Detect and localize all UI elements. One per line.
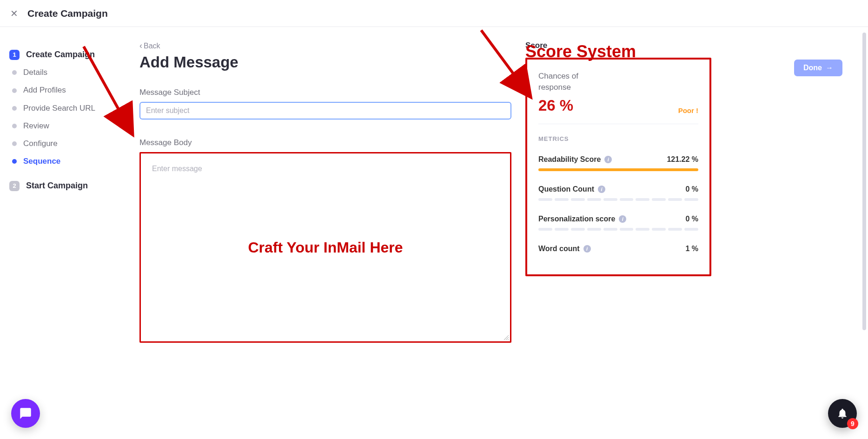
metric-bar	[538, 198, 698, 201]
step-label: Create Campaign	[26, 49, 95, 60]
chevron-left-icon: ‹	[139, 41, 142, 51]
done-label: Done	[803, 64, 822, 72]
metric-bar	[538, 228, 698, 231]
message-body-textarea[interactable]: Enter message Craft Your InMail Here	[139, 152, 511, 343]
svg-line-2	[508, 339, 509, 340]
metrics-heading: METRICS	[538, 135, 698, 142]
info-icon[interactable]: i	[604, 156, 612, 163]
step-dot	[12, 88, 17, 93]
subject-label: Message Subject	[139, 88, 511, 97]
sidebar-item-label: Sequence	[23, 156, 60, 166]
body-label: Message Body	[139, 138, 511, 147]
metric-name: Word count	[538, 245, 580, 253]
done-button[interactable]: Done →	[794, 60, 842, 76]
info-icon[interactable]: i	[583, 245, 591, 253]
annotation-craft-inmail: Craft Your InMail Here	[248, 239, 403, 256]
metric-name: Question Count	[538, 185, 594, 193]
notification-count-badge: 9	[847, 418, 858, 429]
step-dot	[12, 124, 17, 128]
rating-badge: Poor !	[678, 106, 698, 114]
sidebar-item-label: Review	[23, 121, 49, 131]
step-number-badge: 2	[9, 181, 20, 191]
header-title: Create Campaign	[27, 8, 108, 19]
metric-value: 0 %	[685, 215, 698, 223]
metric-value: 121.22 %	[667, 155, 698, 164]
sidebar-item-label: Provide Search URL	[23, 103, 95, 113]
metric-value: 1 %	[685, 245, 698, 253]
sidebar-item-add-profiles[interactable]: Add Profiles	[7, 81, 135, 99]
metric-personalization: Personalization score i 0 %	[538, 215, 698, 231]
metric-name: Readability Score	[538, 155, 601, 164]
metric-readability: Readability Score i 121.22 %	[538, 155, 698, 171]
scrollbar[interactable]	[862, 33, 866, 330]
metric-word-count: Word count i 1 %	[538, 245, 698, 253]
chance-label: Chances of response	[538, 71, 594, 93]
step-dot	[12, 159, 17, 164]
score-heading: Score	[525, 41, 711, 50]
close-icon[interactable]: ✕	[10, 8, 18, 19]
back-link[interactable]: ‹ Back	[139, 41, 160, 51]
sidebar-step-create-campaign[interactable]: 1 Create Campaign	[7, 46, 135, 64]
sidebar-step-start-campaign[interactable]: 2 Start Campaign	[7, 177, 135, 195]
metric-bar	[538, 168, 698, 171]
notifications-button[interactable]: 9	[828, 399, 857, 428]
score-card: Chances of response 26 % Poor ! METRICS …	[525, 58, 711, 276]
resize-handle-icon[interactable]	[503, 334, 509, 340]
sidebar-item-review[interactable]: Review	[7, 117, 135, 135]
step-dot	[12, 106, 17, 111]
bell-icon	[836, 407, 848, 419]
sidebar-item-sequence[interactable]: Sequence	[7, 153, 135, 170]
subject-input[interactable]	[139, 102, 511, 120]
sidebar-item-configure[interactable]: Configure	[7, 135, 135, 153]
metric-name: Personalization score	[538, 215, 615, 223]
sidebar: 1 Create Campaign Details Add Profiles P…	[0, 27, 135, 439]
page-title: Add Message	[139, 53, 511, 71]
chat-icon	[19, 407, 32, 420]
step-dot	[12, 70, 17, 75]
chance-percent: 26 %	[538, 97, 573, 114]
info-icon[interactable]: i	[619, 215, 626, 223]
chat-widget-button[interactable]	[11, 399, 40, 428]
metric-value: 0 %	[685, 185, 698, 193]
sidebar-item-provide-search-url[interactable]: Provide Search URL	[7, 100, 135, 117]
step-dot	[12, 141, 17, 146]
arrow-right-icon: →	[826, 64, 833, 72]
sidebar-item-details[interactable]: Details	[7, 64, 135, 81]
body-placeholder: Enter message	[152, 165, 202, 173]
info-icon[interactable]: i	[598, 186, 605, 193]
step-number-badge: 1	[9, 50, 20, 60]
metric-question-count: Question Count i 0 %	[538, 185, 698, 201]
sidebar-item-label: Configure	[23, 139, 58, 149]
sidebar-item-label: Details	[23, 67, 47, 78]
sidebar-item-label: Add Profiles	[23, 85, 66, 95]
step-label: Start Campaign	[26, 180, 88, 191]
back-label: Back	[144, 42, 160, 50]
